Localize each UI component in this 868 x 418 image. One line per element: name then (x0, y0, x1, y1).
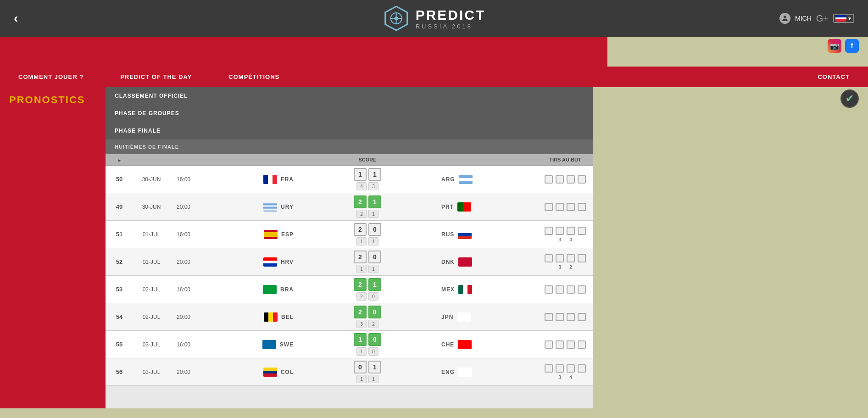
instagram-icon[interactable]: 📷 (828, 39, 841, 53)
language-selector[interactable]: ▼ (833, 14, 854, 23)
score-btn-2[interactable]: 1 (368, 361, 381, 373)
team-right: CHE (437, 340, 538, 349)
score-small-2[interactable]: 3 (368, 182, 378, 190)
nav-comment-jouer[interactable]: COMMENT JOUER ? (0, 67, 102, 87)
score-small-1[interactable]: 3 (356, 320, 367, 328)
match-row: 5201-JUL20:00HRV2011DNK32 (106, 248, 593, 276)
score-btn-1[interactable]: 2 (354, 278, 367, 291)
tirs-checkbox[interactable] (578, 313, 586, 321)
score-btn-1[interactable]: 2 (354, 195, 367, 208)
tirs-checkbox[interactable] (556, 364, 564, 373)
tirs-checkbox[interactable] (556, 313, 564, 321)
score-small-1[interactable]: 2 (356, 292, 367, 301)
score-small-1[interactable]: 1 (356, 375, 367, 383)
tirs-num: 4 (567, 374, 575, 380)
score-btn-1[interactable]: 1 (354, 333, 367, 346)
tirs-checkbox[interactable] (578, 285, 586, 294)
header-right: MICH G+ ▼ (779, 13, 854, 24)
flag-bra (263, 285, 277, 294)
score-small-2[interactable]: 0 (368, 347, 378, 356)
nav-competitions[interactable]: COMPÉTITIONS (210, 67, 298, 87)
tirs-checkbox[interactable] (545, 340, 553, 349)
back-button[interactable]: ‹ (14, 11, 18, 26)
tirs-checkbox[interactable] (556, 285, 564, 294)
score-small-1[interactable]: 1 (356, 237, 367, 245)
tirs-checkbox[interactable] (578, 203, 586, 211)
flag-bel (264, 312, 278, 322)
nav-contact[interactable]: CONTACT (799, 67, 868, 87)
phase-groupes-header[interactable]: PHASE DE GROUPES (106, 105, 593, 122)
score-btn-2[interactable]: 1 (368, 195, 381, 208)
tirs-checkbox[interactable] (578, 340, 586, 349)
score-small-2[interactable]: 2 (368, 320, 378, 328)
tirs-checkbox[interactable] (567, 340, 575, 349)
score-btn-1[interactable]: 2 (354, 306, 367, 318)
nav-check-icon[interactable]: ✔ (840, 89, 859, 108)
score-small-1[interactable]: 1 (356, 347, 367, 356)
navigation: COMMENT JOUER ? PREDICT OF THE DAY COMPÉ… (0, 67, 868, 87)
score-small-2[interactable]: 1 (368, 265, 378, 273)
tirs-checkbox[interactable] (567, 227, 575, 235)
tirs-checkbox[interactable] (545, 285, 553, 294)
tirs-checkbox[interactable] (556, 254, 564, 262)
google-icon[interactable]: G+ (816, 13, 829, 24)
match-num: 50 (106, 176, 133, 183)
score-btn-1[interactable]: 0 (354, 361, 367, 373)
left-panel: PRONOSTICS (0, 87, 106, 408)
phase-finale-header[interactable]: PHASE FINALE (106, 122, 593, 139)
score-btn-1[interactable]: 2 (354, 251, 367, 263)
score-btn-2[interactable]: 0 (368, 251, 381, 263)
tirs-checkbox[interactable] (556, 203, 564, 211)
logo-russia-label: RUSSIA 2018 (416, 23, 486, 30)
tirs-checkbox[interactable] (545, 227, 553, 235)
tirs-checkbox[interactable] (545, 313, 553, 321)
facebook-icon[interactable]: f (845, 39, 859, 53)
team1-name: SWE (280, 341, 294, 348)
score-small-2[interactable]: 1 (368, 237, 378, 245)
tirs-checkbox[interactable] (578, 364, 586, 373)
tirs-checkbox[interactable] (556, 340, 564, 349)
team2-name: CHE (441, 341, 454, 348)
classement-officiel-header[interactable]: CLASSEMENT OFFICIEL (106, 87, 593, 105)
score-small-1[interactable]: 1 (356, 265, 367, 273)
tirs-checkbox[interactable] (567, 313, 575, 321)
tirs-checkbox[interactable] (556, 175, 564, 184)
tirs-checkbox[interactable] (567, 175, 575, 184)
tirs-checkbox[interactable] (545, 203, 553, 211)
tirs-checkbox[interactable] (545, 175, 553, 184)
score-small-2[interactable]: 0 (368, 292, 378, 301)
score-small-2[interactable]: 1 (368, 210, 378, 218)
score-btn-1[interactable]: 1 (354, 168, 367, 181)
score-small-2[interactable]: 1 (368, 375, 378, 383)
svg-point-5 (784, 16, 786, 18)
score-small-1[interactable]: 2 (356, 210, 367, 218)
score-btn-2[interactable]: 0 (368, 223, 381, 236)
tirs-checkbox[interactable] (567, 254, 575, 262)
score-btn-1[interactable]: 2 (354, 223, 367, 236)
tirs-checkbox[interactable] (578, 254, 586, 262)
match-row: 5101-JUL16:00ESP2011RUS34 (106, 221, 593, 248)
team1-name: BEL (281, 314, 294, 320)
tirs-checkbox[interactable] (567, 285, 575, 294)
flag-esp (264, 230, 278, 239)
tirs-checkbox[interactable] (567, 203, 575, 211)
score-area: 1143 (298, 168, 437, 190)
tirs-checkbox[interactable] (578, 175, 586, 184)
beige-side (593, 87, 868, 408)
score-area: 0111 (298, 361, 437, 383)
nav-predict-day[interactable]: PREDICT OF THE DAY (102, 67, 210, 87)
score-small-1[interactable]: 4 (356, 182, 367, 190)
score-btn-2[interactable]: 0 (368, 333, 381, 346)
tirs-checkbox[interactable] (567, 364, 575, 373)
tirs-area (538, 285, 593, 294)
score-btn-2[interactable]: 1 (368, 168, 381, 181)
tirs-checkbox[interactable] (545, 364, 553, 373)
tirs-checkbox[interactable] (578, 227, 586, 235)
team2-name: DNK (441, 259, 455, 265)
huitiemes-header: HUITIÈMES DE FINALE (106, 139, 593, 154)
score-btn-2[interactable]: 1 (368, 278, 381, 291)
tirs-checkbox[interactable] (556, 227, 564, 235)
tirs-checkbox[interactable] (545, 254, 553, 262)
match-time: 16:00 (170, 231, 197, 238)
score-btn-2[interactable]: 0 (368, 306, 381, 318)
